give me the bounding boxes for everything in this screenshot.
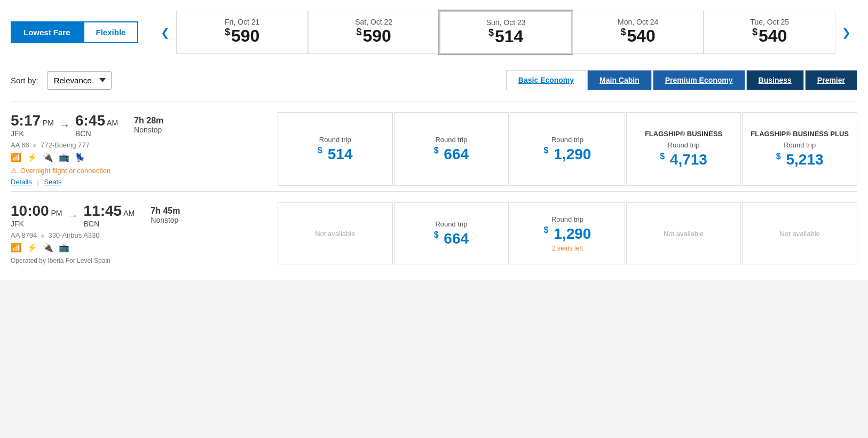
duration-text: 7h 28m <box>134 116 163 126</box>
flights-list: 5:17 PM JFK → 6:45 AM BCN 7h 28m Nonstop… <box>11 101 857 270</box>
flight-departure: 5:17 PM JFK <box>11 112 54 138</box>
details-link[interactable]: Details <box>11 178 32 186</box>
dep-time: 10:00 <box>11 202 49 219</box>
warning-text: Overnight flight or connection <box>20 167 111 175</box>
flight-arrival: 6:45 AM BCN <box>75 112 118 138</box>
screen-icon: 📺 <box>59 243 69 253</box>
seats-link[interactable]: Seats <box>44 178 61 186</box>
price-label: Round trip <box>551 136 583 144</box>
stops-text: Nonstop <box>151 216 180 224</box>
date-cell-4[interactable]: Tue, Oct 25 $540 <box>704 11 835 54</box>
flight-duration: 7h 28m Nonstop <box>134 116 163 134</box>
price-amount: $ 514 <box>318 146 352 163</box>
date-label: Sun, Oct 23 <box>451 18 561 27</box>
date-cell-1[interactable]: Sat, Oct 22 $590 <box>308 11 440 54</box>
flight-details-row: AA 66 772-Boeing 777 <box>11 141 278 149</box>
usb-icon: 🔌 <box>43 243 53 253</box>
stops-text: Nonstop <box>134 126 163 134</box>
dep-ampm: PM <box>43 119 54 127</box>
date-price: $540 <box>583 26 693 46</box>
flight-arrival: 11:45 AM BCN <box>84 202 135 228</box>
price-label: Round trip <box>435 136 467 144</box>
date-price: $590 <box>319 26 429 46</box>
price-cells: Not available Round trip $ 664 Round tri… <box>278 202 857 264</box>
arrow-icon: → <box>59 119 70 131</box>
price-cell-flagship-4[interactable]: FLAGSHIP® BUSINESS PLUS Round trip $ 5,2… <box>742 112 857 186</box>
flight-info: 10:00 PM JFK → 11:45 AM BCN 7h 45m Nonst… <box>11 202 278 264</box>
price-cell-2[interactable]: Round trip $ 1,290 <box>510 112 625 186</box>
cabin-tab-4[interactable]: Premier <box>805 70 857 90</box>
date-cells: Fri, Oct 21 $590 Sat, Oct 22 $590 Sun, O… <box>176 11 835 54</box>
date-label: Tue, Oct 25 <box>715 18 824 26</box>
flight-times: 10:00 PM JFK → 11:45 AM BCN 7h 45m Nonst… <box>11 202 278 228</box>
flight-number: AA 66 <box>11 141 29 149</box>
price-cell-1[interactable]: Round trip $ 664 <box>394 202 509 264</box>
warning-row: ⚠ Overnight flight or connection <box>11 167 278 175</box>
arrow-icon: → <box>68 209 78 222</box>
dot-separator <box>41 234 44 238</box>
aircraft-type: 330-Airbus A330 <box>48 231 99 239</box>
lowest-fare-button[interactable]: Lowest Fare <box>11 21 83 43</box>
date-price: $590 <box>187 26 297 46</box>
price-cell-flagship-3[interactable]: FLAGSHIP® BUSINESS Round trip $ 4,713 <box>626 112 741 186</box>
power-icon: ⚡ <box>27 152 37 162</box>
wifi-icon: 📶 <box>11 152 21 162</box>
price-cell-seats-2[interactable]: Round trip $ 1,290 2 seats left <box>510 202 625 264</box>
price-cell-unavailable-0: Not available <box>278 202 393 264</box>
arr-ampm: AM <box>123 209 135 217</box>
prev-date-button[interactable]: ❮ <box>154 26 176 39</box>
flagship-title: FLAGSHIP® BUSINESS <box>645 130 722 139</box>
dep-code: JFK <box>11 220 62 228</box>
power-icon: ⚡ <box>27 243 37 253</box>
arr-code: BCN <box>84 220 135 228</box>
price-label: Round trip <box>784 141 816 149</box>
flight-row-0: 5:17 PM JFK → 6:45 AM BCN 7h 28m Nonstop… <box>11 101 857 191</box>
price-label: Round trip <box>551 215 583 223</box>
date-price: $514 <box>451 27 561 46</box>
price-cell-unavailable-3: Not available <box>626 202 741 264</box>
cabin-tab-3[interactable]: Business <box>746 70 804 90</box>
next-date-button[interactable]: ❯ <box>835 26 857 39</box>
seats-left: 2 seats left <box>552 245 583 252</box>
cabin-tab-2[interactable]: Premium Economy <box>653 70 745 90</box>
not-available-text: Not available <box>664 230 704 238</box>
price-cells: Round trip $ 514 Round trip $ 664 Round … <box>278 112 857 186</box>
screen-icon: 📺 <box>59 152 69 162</box>
dep-time: 5:17 <box>11 112 41 129</box>
dot-separator <box>33 144 36 147</box>
price-cell-1[interactable]: Round trip $ 664 <box>394 112 509 186</box>
price-amount: $ 5,213 <box>776 151 824 168</box>
operated-by: Operated by Iberia For Level Spain <box>11 257 278 264</box>
price-amount: $ 664 <box>434 146 469 163</box>
sort-select[interactable]: Relevance <box>47 71 112 90</box>
fare-toggle: Lowest Fare Flexible <box>11 21 138 43</box>
flight-departure: 10:00 PM JFK <box>11 202 62 228</box>
arr-code: BCN <box>75 129 118 138</box>
flexible-button[interactable]: Flexible <box>83 21 139 43</box>
links-row: Details | Seats <box>11 178 278 186</box>
usb-icon: 🔌 <box>43 152 53 162</box>
date-cell-2[interactable]: Sun, Oct 23 $514 <box>439 11 572 54</box>
cabin-tab-1[interactable]: Main Cabin <box>587 70 652 90</box>
dep-code: JFK <box>11 129 54 138</box>
date-price: $540 <box>715 26 824 46</box>
price-label: Round trip <box>319 136 351 144</box>
price-label: Round trip <box>668 141 700 149</box>
sort-bar: Sort by: Relevance Basic EconomyMain Cab… <box>11 70 857 90</box>
flight-times: 5:17 PM JFK → 6:45 AM BCN 7h 28m Nonstop <box>11 112 278 138</box>
not-available-text: Not available <box>780 230 820 238</box>
flight-duration: 7h 45m Nonstop <box>151 206 180 224</box>
price-amount: $ 1,290 <box>544 225 591 243</box>
flagship-title: FLAGSHIP® BUSINESS PLUS <box>751 130 849 139</box>
arr-time: 6:45 <box>75 112 105 129</box>
arr-time: 11:45 <box>84 202 122 219</box>
price-label: Round trip <box>435 220 467 228</box>
price-amount: $ 1,290 <box>544 146 591 163</box>
price-cell-0[interactable]: Round trip $ 514 <box>278 112 393 186</box>
cabin-tab-0[interactable]: Basic Economy <box>506 70 586 90</box>
date-label: Fri, Oct 21 <box>187 18 297 26</box>
date-cell-3[interactable]: Mon, Oct 24 $540 <box>572 11 704 54</box>
date-cell-0[interactable]: Fri, Oct 21 $590 <box>176 11 308 54</box>
date-label: Sat, Oct 22 <box>319 18 429 26</box>
arr-ampm: AM <box>107 119 118 127</box>
